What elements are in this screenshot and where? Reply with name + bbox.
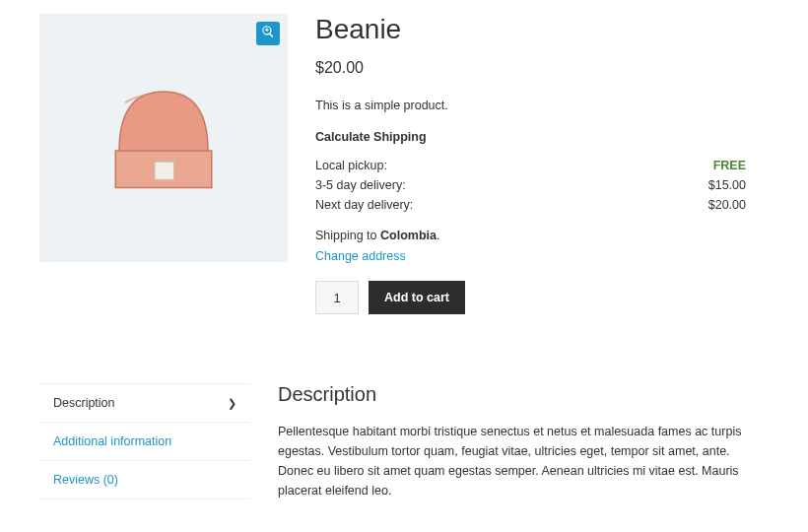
product-image[interactable] [90, 62, 237, 214]
product-summary: Beanie $20.00 This is a simple product. … [315, 14, 769, 314]
tab-label: Reviews (0) [53, 473, 118, 487]
change-address-link[interactable]: Change address [315, 249, 406, 263]
shipping-country: Colombia [380, 229, 437, 242]
short-description: This is a simple product. [315, 99, 769, 112]
product-tabs-section: Description ❯ Additional information Rev… [39, 383, 769, 500]
shipping-label: Local pickup: [315, 159, 387, 172]
shipping-row: Next day delivery: $20.00 [315, 195, 746, 215]
tab-description[interactable]: Description ❯ [39, 383, 250, 422]
shipping-destination: Shipping to Colombia. [315, 229, 769, 242]
tab-additional-information[interactable]: Additional information [39, 422, 250, 460]
product-gallery [39, 14, 288, 262]
shipping-label: Next day delivery: [315, 198, 413, 212]
add-to-cart-button[interactable]: Add to cart [369, 281, 465, 314]
add-to-cart-form: Add to cart [315, 281, 769, 314]
shipping-note-prefix: Shipping to [315, 229, 380, 242]
tab-label: Description [53, 396, 115, 410]
shipping-cost: $15.00 [708, 178, 746, 192]
shipping-table: Local pickup: FREE 3-5 day delivery: $15… [315, 156, 746, 215]
chevron-right-icon: ❯ [228, 397, 236, 410]
shipping-cost: $20.00 [708, 198, 746, 212]
description-heading: Description [278, 383, 769, 406]
shipping-label: 3-5 day delivery: [315, 178, 406, 192]
quantity-input[interactable] [315, 281, 359, 314]
svg-rect-0 [155, 162, 174, 179]
shipping-note-suffix: . [437, 229, 439, 242]
tab-label: Additional information [53, 434, 171, 448]
tab-reviews[interactable]: Reviews (0) [39, 460, 250, 499]
magnify-icon [261, 25, 275, 42]
shipping-heading: Calculate Shipping [315, 130, 769, 144]
shipping-row: Local pickup: FREE [315, 156, 746, 175]
description-panel: Description Pellentesque habitant morbi … [278, 383, 769, 500]
zoom-button[interactable] [256, 22, 280, 45]
shipping-cost: FREE [713, 159, 746, 172]
product-price: $20.00 [315, 59, 769, 77]
product-section: Beanie $20.00 This is a simple product. … [39, 14, 769, 314]
product-title: Beanie [315, 14, 769, 45]
description-body: Pellentesque habitant morbi tristique se… [278, 422, 769, 500]
shipping-row: 3-5 day delivery: $15.00 [315, 175, 746, 195]
tabs-list: Description ❯ Additional information Rev… [39, 383, 250, 500]
